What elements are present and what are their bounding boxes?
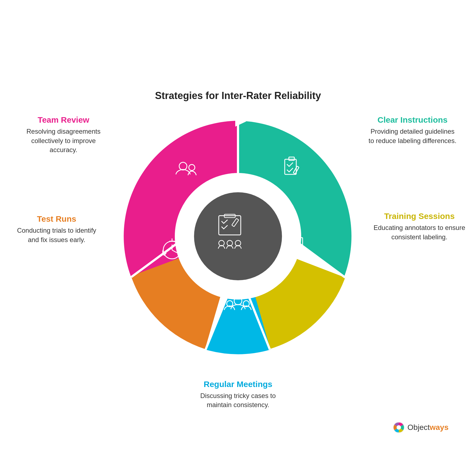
regular-meetings-desc: Discussing tricky cases to maintain cons… [189, 391, 287, 410]
diagram-container: Clear Instructions Providing detailed gu… [114, 113, 362, 360]
team-review-desc: Resolving disagreements collectively to … [18, 127, 109, 155]
training-sessions-title: Training Sessions [373, 212, 466, 221]
test-runs-desc: Conducting trials to identify and fix is… [15, 226, 98, 244]
clear-instructions-desc: Providing detailed guidelines to reduce … [367, 127, 458, 145]
svg-point-25 [302, 250, 307, 255]
label-training-sessions: Training Sessions Educating annotators t… [373, 212, 466, 242]
regular-meetings-title: Regular Meetings [189, 380, 287, 389]
donut-svg [114, 113, 362, 360]
team-review-title: Team Review [18, 115, 109, 125]
label-regular-meetings: Regular Meetings Discussing tricky cases… [189, 380, 287, 410]
brand-text: Objectways [408, 423, 449, 432]
test-runs-title: Test Runs [15, 214, 98, 224]
center-circle [194, 192, 282, 280]
clear-instructions-title: Clear Instructions [367, 115, 458, 125]
training-sessions-desc: Educating annotators to ensure consisten… [373, 223, 466, 242]
svg-point-30 [397, 425, 401, 430]
brand: Objectways [393, 421, 449, 433]
label-clear-instructions: Clear Instructions Providing detailed gu… [367, 115, 458, 145]
brand-logo [393, 421, 405, 433]
page-title: Strategies for Inter-Rater Reliability [155, 90, 321, 101]
label-test-runs: Test Runs Conducting trials to identify … [15, 214, 98, 244]
label-team-review: Team Review Resolving disagreements coll… [18, 115, 109, 155]
